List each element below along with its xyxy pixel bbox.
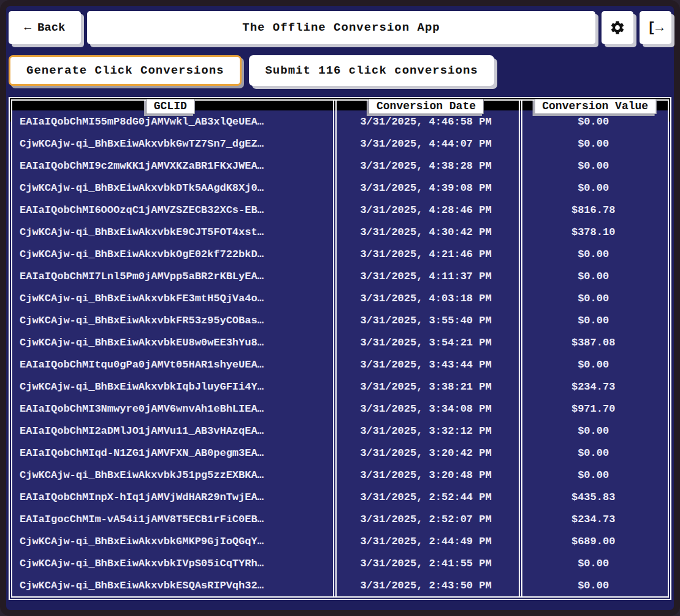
table-row: EAIaIQobChMI7Lnl5Pm0jAMVpp5aBR2rKBLyEA…3… — [12, 265, 668, 287]
column-divider — [519, 101, 522, 596]
generate-click-conversions-button[interactable]: Generate Click Conversions — [9, 55, 242, 86]
conversion-date-cell: 3/31/2025, 4:39:08 PM — [333, 182, 519, 194]
conversion-date-cell: 3/31/2025, 4:03:18 PM — [333, 293, 519, 304]
conversion-date-cell: 3/31/2025, 3:55:40 PM — [333, 315, 519, 326]
gclid-cell: CjwKCAjw-qi_BhBxEiwAkxvbkGMKP9GjIoQGqY… — [12, 536, 333, 547]
gclid-cell: CjwKCAjw-qi_BhBxEiwAkxvbkFE3mtH5QjVa4o… — [12, 293, 333, 304]
gclid-cell: EAIaIQobChMI55mP8dG0jAMVwkl_AB3xlQeUEA… — [12, 116, 333, 128]
gclid-cell: CjwKCAjw-qi_BhBxEiwAkxvbkIqbJluyGFIi4Y… — [12, 381, 333, 393]
conversion-date-cell: 3/31/2025, 4:21:46 PM — [333, 248, 519, 260]
submit-click-conversions-button[interactable]: Submit 116 click conversions — [249, 55, 494, 86]
table-row: CjwKCAjw-qi_BhBxEiwAkxvbkIqbJluyGFIi4Y…3… — [12, 375, 668, 398]
conversion-date-cell: 3/31/2025, 2:52:07 PM — [333, 514, 519, 525]
conversion-value-cell: $0.00 — [519, 160, 668, 172]
top-bar: ← Back The Offline Conversion App [→ — [9, 11, 671, 44]
gclid-cell: EAIaIQobChMI9c2mwKK1jAMVXKZaBR1FKxJWEA… — [12, 160, 333, 172]
gclid-cell: CjwKCAjw-qi_BhBxEiwAkxvbkIVpS05iCqTYRh… — [12, 558, 333, 569]
table-row: EAIaIQobChMInpX-hIq1jAMVjWdHAR29nTwjEA…3… — [12, 486, 668, 508]
back-button-label: Back — [37, 21, 66, 34]
gclid-cell: CjwKCAjw-qi_BhBxEiwAkxvbkE9CJT5FOT4xst… — [12, 226, 333, 238]
gclid-cell: CjwKCAjw-qi_BhBxEiwAkxvbkDTk5AAgdK8Xj0… — [12, 182, 333, 194]
conversion-date-cell: 3/31/2025, 3:38:21 PM — [333, 381, 519, 393]
conversion-value-cell: $0.00 — [519, 447, 668, 459]
table-row: EAIaIQobChMI2aDMlJO1jAMVu11_AB3vHAzqEA…3… — [12, 420, 668, 442]
gclid-cell: CjwKCAjw-qi_BhBxEiwAkxvbkJ51pg5zzEXBKA… — [12, 469, 333, 481]
conversion-value-cell: $378.10 — [519, 226, 668, 238]
conversion-date-cell: 3/31/2025, 4:46:58 PM — [333, 116, 519, 128]
table-row: EAIaIQobChMI6OOOzqC1jAMVZSZECB32XCs-EB…3… — [12, 199, 668, 221]
conversion-value-cell: $0.00 — [519, 580, 668, 591]
page-title: The Offline Conversion App — [242, 21, 440, 34]
table-row: EAIaIQobChMI3Nmwyre0jAMV6wnvAh1eBhLIEA…3… — [12, 398, 668, 420]
column-header-conversion-value: Conversion Value — [534, 99, 656, 114]
title-bar: The Offline Conversion App — [87, 11, 595, 44]
gclid-cell: CjwKCAjw-qi_BhBxEiwAkxvbkFR53z95yCOBas… — [12, 315, 333, 326]
table-row: CjwKCAjw-qi_BhBxEiwAkxvbkOgE02kf722bkD…3… — [12, 243, 668, 265]
table-row: CjwKCAjw-qi_BhBxEiwAkxvbkIVpS05iCqTYRh…3… — [12, 552, 668, 574]
table-row: EAIaIgocChMIm-vA54i1jAMV8T5ECB1rFiC0EB…3… — [12, 508, 668, 530]
conversion-value-cell: $689.00 — [519, 536, 668, 547]
conversion-value-cell: $0.00 — [519, 248, 668, 260]
table-row: EAIaIQobChMIqd-N1ZG1jAMVFXN_AB0pegm3EA…3… — [12, 442, 668, 464]
table-frame: EAIaIQobChMI55mP8dG0jAMVwkl_AB3xlQeUEA…3… — [9, 97, 671, 600]
table-row: CjwKCAjw-qi_BhBxEiwAkxvbkE9CJT5FOT4xst…3… — [12, 221, 668, 243]
table-row: CjwKCAjw-qi_BhBxEiwAkxvbkGwTZ7Sn7_dgEZ…3… — [12, 133, 668, 155]
settings-button[interactable] — [602, 11, 633, 44]
conversions-table: GCLID Conversion Date Conversion Value E… — [9, 97, 671, 600]
conversion-date-cell: 3/31/2025, 3:43:44 PM — [333, 359, 519, 371]
conversion-value-cell: $0.00 — [519, 182, 668, 194]
conversion-value-cell: $0.00 — [519, 293, 668, 304]
conversion-date-cell: 3/31/2025, 4:44:07 PM — [333, 138, 519, 150]
gclid-cell: EAIaIQobChMI7Lnl5Pm0jAMVpp5aBR2rKBLyEA… — [12, 271, 333, 282]
conversion-value-cell: $0.00 — [519, 558, 668, 569]
conversion-value-cell: $234.73 — [519, 381, 668, 393]
conversion-value-cell: $0.00 — [519, 359, 668, 371]
conversion-value-cell: $971.70 — [519, 403, 668, 415]
conversion-value-cell: $0.00 — [519, 271, 668, 282]
table-body: EAIaIQobChMI55mP8dG0jAMVwkl_AB3xlQeUEA…3… — [12, 110, 668, 596]
conversion-date-cell: 3/31/2025, 2:41:55 PM — [333, 558, 519, 569]
conversion-date-cell: 3/31/2025, 4:28:46 PM — [333, 204, 519, 216]
conversion-date-cell: 3/31/2025, 3:34:08 PM — [333, 403, 519, 415]
back-button[interactable]: ← Back — [9, 11, 81, 44]
gclid-cell: EAIaIQobChMI2aDMlJO1jAMVu11_AB3vHAzqEA… — [12, 425, 333, 437]
conversion-value-cell: $234.73 — [519, 514, 668, 525]
conversion-date-cell: 3/31/2025, 3:20:48 PM — [333, 469, 519, 481]
conversion-value-cell: $387.08 — [519, 337, 668, 348]
table-row: CjwKCAjw-qi_BhBxEiwAkxvbkDTk5AAgdK8Xj0…3… — [12, 177, 668, 199]
logout-button[interactable]: [→ — [640, 11, 671, 44]
conversion-value-cell: $0.00 — [519, 425, 668, 437]
gclid-cell: CjwKCAjw-qi_BhBxEiwAkxvbkGwTZ7Sn7_dgEZ… — [12, 138, 333, 150]
conversion-date-cell: 3/31/2025, 4:38:28 PM — [333, 160, 519, 172]
gclid-cell: EAIaIQobChMI6OOOzqC1jAMVZSZECB32XCs-EB… — [12, 204, 333, 216]
table-row: EAIaIQobChMI9c2mwKK1jAMVXKZaBR1FKxJWEA…3… — [12, 155, 668, 177]
gear-icon — [609, 20, 625, 36]
conversion-value-cell: $0.00 — [519, 138, 668, 150]
column-header-gclid: GCLID — [146, 99, 195, 114]
column-header-conversion-date: Conversion Date — [369, 99, 484, 114]
gclid-cell: EAIaIgocChMIm-vA54i1jAMV8T5ECB1rFiC0EB… — [12, 514, 333, 525]
conversion-date-cell: 3/31/2025, 2:44:49 PM — [333, 536, 519, 547]
conversion-value-cell: $0.00 — [519, 469, 668, 481]
conversion-value-cell: $816.78 — [519, 204, 668, 216]
conversion-value-cell: $0.00 — [519, 315, 668, 326]
conversion-value-cell: $0.00 — [519, 116, 668, 128]
conversion-date-cell: 3/31/2025, 3:32:12 PM — [333, 425, 519, 437]
gclid-cell: EAIaIQobChMItqu0gPa0jAMVt05HAR1shyeUEA… — [12, 359, 333, 371]
column-divider — [333, 101, 337, 596]
conversion-date-cell: 3/31/2025, 3:54:21 PM — [333, 337, 519, 348]
table-row: CjwKCAjw-qi_BhBxEiwAkxvbkGMKP9GjIoQGqY…3… — [12, 530, 668, 552]
table-row: CjwKCAjw-qi_BhBxEiwAkxvbkESQAsRIPVqh32…3… — [12, 574, 668, 596]
logout-icon: [→ — [648, 20, 663, 36]
gclid-cell: CjwKCAjw-qi_BhBxEiwAkxvbkESQAsRIPVqh32… — [12, 580, 333, 591]
conversion-date-cell: 3/31/2025, 4:11:37 PM — [333, 271, 519, 282]
table-row: CjwKCAjw-qi_BhBxEiwAkxvbkJ51pg5zzEXBKA…3… — [12, 464, 668, 486]
conversion-date-cell: 3/31/2025, 3:20:42 PM — [333, 447, 519, 459]
back-arrow-icon: ← — [24, 21, 31, 34]
app-window: ← Back The Offline Conversion App [→ Gen… — [0, 0, 680, 616]
gclid-cell: EAIaIQobChMInpX-hIq1jAMVjWdHAR29nTwjEA… — [12, 491, 333, 503]
gclid-cell: CjwKCAjw-qi_BhBxEiwAkxvbkOgE02kf722bkD… — [12, 248, 333, 260]
gclid-cell: EAIaIQobChMIqd-N1ZG1jAMVFXN_AB0pegm3EA… — [12, 447, 333, 459]
table-row: CjwKCAjw-qi_BhBxEiwAkxvbkFE3mtH5QjVa4o…3… — [12, 287, 668, 309]
conversion-value-cell: $435.83 — [519, 491, 668, 503]
